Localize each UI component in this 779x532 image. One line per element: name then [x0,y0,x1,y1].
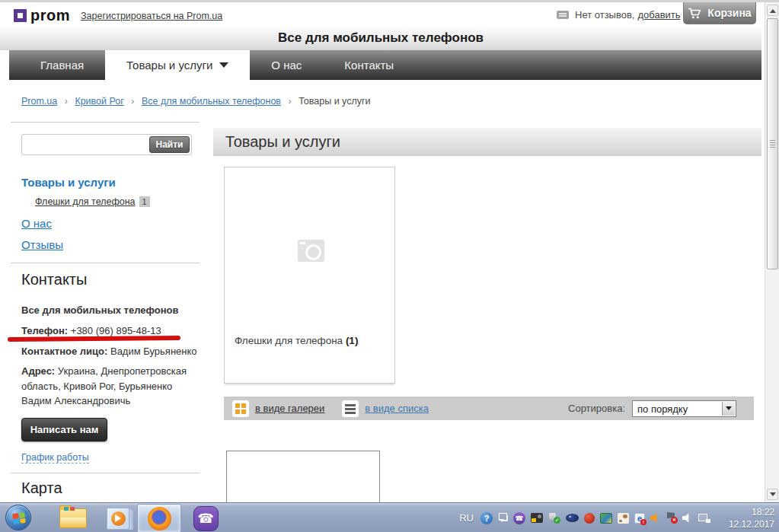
schedule-link[interactable]: График работы [21,452,89,464]
volume-mixer-tray-icon[interactable] [650,513,661,524]
add-review-link[interactable]: добавить [637,9,680,21]
sidebar-item-about[interactable]: О нас [21,217,52,230]
clock-time: 18:22 [715,506,774,518]
grid-icon [235,403,240,408]
divider [11,473,200,473]
reviews-box: Нет отзывов, добавить [557,9,681,21]
help-tray-icon[interactable]: ? [480,512,493,524]
system-tray: RU ? ☎ e [459,503,710,532]
gallery-view-link[interactable]: в виде галереи [255,403,324,414]
taskbar-firefox-button[interactable] [137,504,181,532]
antivirus-tray-icon[interactable] [566,514,579,522]
taskbar-viber-button[interactable]: ☎ [192,505,219,532]
prom-logo-text: prom [30,7,70,24]
gallery-view-icon[interactable] [232,400,249,417]
contact-address-row: Адрес: Украина, Днепропетровская область… [21,364,203,409]
breadcrumb-separator: › [131,96,134,107]
search-button[interactable]: Найти [149,136,190,153]
taskbar-explorer-button[interactable] [57,505,89,532]
category-card-title: Флешки для телефона [235,335,343,346]
prom-logo-icon [14,9,27,22]
phone-label: Телефон: [21,325,68,336]
download-manager-tray-icon[interactable] [584,513,595,524]
nav-tab-label: Контакты [344,59,394,72]
contact-company-name: Все для мобильных телефонов [21,304,178,316]
cat-app-tray-icon[interactable] [618,513,629,524]
nav-tab-products[interactable]: Товары и услуги [105,50,250,80]
photos-tray-icon[interactable] [600,513,612,524]
category-card[interactable]: Флешки для телефона (1) [224,167,395,384]
company-title-banner: Все для мобильных телефонов [0,25,761,50]
divider [11,263,200,263]
contacts-heading: Контакты [21,271,87,288]
write-us-button[interactable]: Написать нам [21,418,107,441]
volume-tray-icon[interactable] [682,513,693,524]
map-heading: Карта [21,479,62,497]
register-link[interactable]: Зарегистрироваться на Prom.ua [81,11,222,21]
nav-tab-contacts[interactable]: Контакты [323,50,415,80]
main-nav: Главная Товары и услуги О нас Контакты [9,50,761,80]
show-hidden-icons[interactable] [498,512,508,524]
folder-file-teal [64,507,69,511]
folder-icon [59,508,87,528]
category-card-count: (1) [346,335,359,346]
scrollbar-down-button[interactable] [767,489,778,500]
breadcrumb-link-company[interactable]: Все для мобильных телефонов [142,96,281,107]
page-scrollbar[interactable] [765,2,779,502]
contact-person-row: Контактное лицо: Вадим Бурьяненко [21,344,203,359]
camera-placeholder-icon [298,240,324,262]
viber-icon: ☎ [193,506,219,531]
network-tray-icon[interactable] [698,513,710,524]
action-center-flag-icon[interactable] [666,512,677,524]
breadcrumb: Prom.ua › Кривой Рог › Все для мобильных… [21,96,371,107]
scrollbar-up-button[interactable] [767,5,778,16]
address-label: Адрес: [21,365,55,377]
sort-label: Сортировка: [568,403,625,414]
sort-dropdown[interactable]: по порядку [632,400,736,417]
nav-tab-label: Главная [40,59,84,72]
speech-bubble-icon [557,11,569,19]
scrollbar-thumb[interactable] [767,18,778,269]
breadcrumb-link-city[interactable]: Кривой Рог [75,96,123,107]
list-icon [345,404,356,414]
sidebar-item-category: Флешки для телефона1 [35,196,150,207]
page: prom Зарегистрироваться на Prom.ua Нет о… [0,0,779,532]
main-heading-band: Товары и услуги [213,128,761,156]
phone-value: +380 (96) 895-48-13 [71,325,161,336]
windows-logo-icon [12,512,26,524]
prom-logo[interactable]: prom [14,7,70,24]
taskbar-clock[interactable]: 18:22 12.12.2017 [715,506,774,530]
nav-tab-about[interactable]: О нас [250,50,323,80]
start-button[interactable] [5,505,31,530]
usb-safely-remove-icon[interactable] [548,512,560,524]
sort-dropdown-button[interactable] [722,402,735,416]
category-count-badge: 1 [139,196,150,207]
cart-button[interactable]: Корзина [683,2,756,24]
breadcrumb-separator: › [65,96,68,107]
windows-taskbar: ☎ RU ? ☎ e 18:22 12.12.2017 [0,502,779,532]
camera-tray-icon[interactable] [531,513,543,523]
breadcrumb-separator: › [289,96,292,107]
nav-tab-label: О нас [271,59,302,72]
language-indicator[interactable]: RU [459,512,474,524]
e-alert-tray-icon[interactable]: e [634,513,645,524]
cart-icon [688,8,702,19]
viber-tray-icon[interactable]: ☎ [513,512,525,524]
sidebar-item-reviews[interactable]: Отзывы [21,238,63,251]
sidebar-search: Найти [21,134,192,155]
clock-date: 12.12.2017 [715,518,774,530]
category-link[interactable]: Флешки для телефона [35,196,136,207]
media-player-icon [107,508,129,530]
list-view-link[interactable]: в виде списка [365,403,429,414]
cart-label: Корзина [707,7,751,19]
list-view-icon[interactable] [342,400,359,417]
breadcrumb-link-promua[interactable]: Prom.ua [21,96,57,107]
nav-tab-home[interactable]: Главная [19,50,105,80]
scrollbar-grip [770,140,775,148]
sidebar-item-products[interactable]: Товары и услуги [21,176,116,189]
search-input[interactable] [25,136,147,153]
folder-file-red [70,507,75,511]
taskbar-media-player-button[interactable] [103,505,133,532]
product-card-partial[interactable] [226,451,380,502]
company-title: Все для мобильных телефонов [278,30,484,46]
